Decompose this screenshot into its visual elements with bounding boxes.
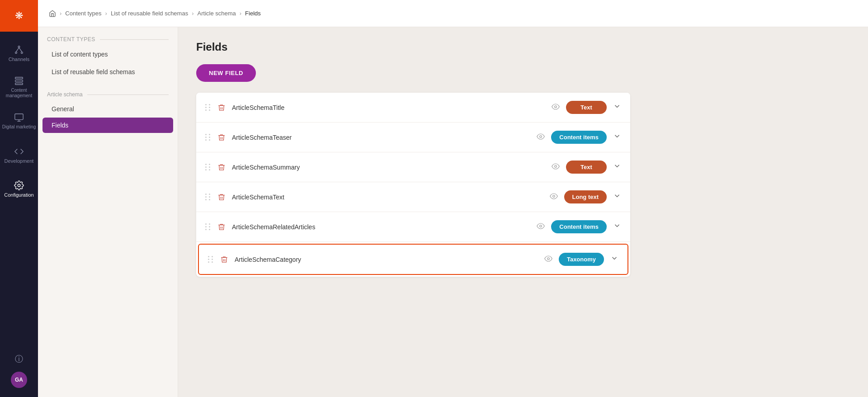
delete-button-category[interactable] xyxy=(220,255,228,264)
digital-marketing-icon xyxy=(14,113,24,123)
breadcrumb-sep-2: › xyxy=(105,10,107,17)
visibility-button-summary[interactable] xyxy=(552,162,560,172)
logo-icon: ❋ xyxy=(15,10,23,22)
expand-button-title[interactable] xyxy=(613,102,621,113)
delete-button-teaser[interactable] xyxy=(217,133,226,142)
expand-button-teaser[interactable] xyxy=(613,132,621,142)
svg-line-4 xyxy=(19,47,22,52)
breadcrumb-sep-3: › xyxy=(192,10,193,17)
nav-list-content-types[interactable]: List of content types xyxy=(42,46,173,62)
sidebar-item-digital-label: Digital marketing xyxy=(0,124,38,130)
sidebar-item-content-management[interactable]: Content management xyxy=(0,70,38,104)
svg-rect-5 xyxy=(15,77,23,79)
drag-handle-text[interactable] xyxy=(205,194,211,200)
svg-point-0 xyxy=(18,46,20,47)
visibility-button-category[interactable] xyxy=(544,255,552,265)
field-name-text: ArticleSchemaText xyxy=(232,194,543,201)
sidebar-item-channels-label: Channels xyxy=(9,57,29,62)
type-badge-teaser: Content items xyxy=(551,131,607,144)
main-area: › Content types › List of reusable field… xyxy=(38,0,868,397)
breadcrumb-fields[interactable]: Fields xyxy=(245,10,261,17)
right-panel: Fields NEW FIELD ArticleSchemaTitle Text… xyxy=(178,27,868,397)
field-name-title: ArticleSchemaTitle xyxy=(232,104,545,111)
sidebar-bottom: ⓘ GA xyxy=(11,354,27,397)
breadcrumb-reusable-schemas[interactable]: List of reusable field schemas xyxy=(111,10,188,17)
expand-button-text[interactable] xyxy=(613,192,621,202)
sidebar-item-channels[interactable]: Channels xyxy=(0,36,38,70)
panel-subsection-article-schema: Article schema General Fields xyxy=(38,88,178,133)
field-name-summary: ArticleSchemaSummary xyxy=(232,164,545,171)
field-row-category: ArticleSchemaCategory Taxonomy xyxy=(198,244,628,275)
configuration-icon xyxy=(14,180,24,190)
svg-point-12 xyxy=(555,105,557,108)
sidebar-item-content-label: Content management xyxy=(0,88,38,99)
breadcrumb-sep-4: › xyxy=(240,10,241,17)
fields-list: ArticleSchemaTitle Text ArticleSchemaTea… xyxy=(196,93,630,277)
svg-point-14 xyxy=(555,165,557,167)
user-avatar[interactable]: GA xyxy=(11,372,27,388)
content-management-icon xyxy=(14,76,24,86)
expand-button-category[interactable] xyxy=(610,254,618,265)
delete-button-text[interactable] xyxy=(217,193,226,201)
panel-section-content-types: Content types xyxy=(38,36,178,46)
new-field-button[interactable]: NEW FIELD xyxy=(196,64,256,82)
drag-handle-title[interactable] xyxy=(205,104,211,111)
channels-icon xyxy=(14,45,24,55)
sidebar-item-configuration-label: Configuration xyxy=(4,192,33,198)
page-title: Fields xyxy=(196,41,850,53)
svg-point-13 xyxy=(540,135,542,137)
field-name-related-articles: ArticleSchemaRelatedArticles xyxy=(232,223,530,231)
app-logo[interactable]: ❋ xyxy=(0,0,38,32)
visibility-button-title[interactable] xyxy=(552,103,560,113)
drag-handle-summary[interactable] xyxy=(205,164,211,170)
breadcrumb-content-types[interactable]: Content types xyxy=(65,10,101,17)
nav-list-reusable-schemas[interactable]: List of reusable field schemas xyxy=(42,63,173,80)
visibility-button-related-articles[interactable] xyxy=(537,222,545,232)
field-row-teaser: ArticleSchemaTeaser Content items xyxy=(196,123,630,152)
development-icon xyxy=(14,147,24,156)
svg-point-17 xyxy=(547,257,550,260)
sidebar-item-configuration[interactable]: Configuration xyxy=(0,172,38,206)
left-panel: Content types List of content types List… xyxy=(38,27,178,397)
svg-point-2 xyxy=(21,52,23,53)
type-badge-title: Text xyxy=(566,101,607,114)
field-row-related-articles: ArticleSchemaRelatedArticles Content ite… xyxy=(196,212,630,242)
visibility-button-teaser[interactable] xyxy=(537,132,545,142)
panel-subsection-label: Article schema xyxy=(38,88,178,101)
field-name-teaser: ArticleSchemaTeaser xyxy=(232,134,530,141)
field-row-title: ArticleSchemaTitle Text xyxy=(196,93,630,123)
type-badge-category: Taxonomy xyxy=(559,253,604,266)
sidebar-item-digital-marketing[interactable]: Digital marketing xyxy=(0,104,38,138)
expand-button-related-articles[interactable] xyxy=(613,222,621,232)
delete-button-title[interactable] xyxy=(217,104,226,112)
delete-button-related-articles[interactable] xyxy=(217,223,226,231)
sidebar-nav: Channels Content management Digital mark… xyxy=(0,32,38,354)
field-name-category: ArticleSchemaCategory xyxy=(235,256,538,263)
svg-point-11 xyxy=(18,184,20,187)
svg-point-15 xyxy=(552,195,555,197)
info-icon[interactable]: ⓘ xyxy=(15,354,23,364)
sub-nav-fields[interactable]: Fields xyxy=(42,118,173,133)
field-row-text: ArticleSchemaText Long text xyxy=(196,182,630,212)
breadcrumb-sep-1: › xyxy=(60,10,61,17)
sidebar-item-development[interactable]: Development xyxy=(0,138,38,172)
type-badge-related-articles: Content items xyxy=(551,220,607,233)
sidebar: ❋ Channels Content management xyxy=(0,0,38,397)
field-row-summary: ArticleSchemaSummary Text xyxy=(196,152,630,182)
drag-handle-related-articles[interactable] xyxy=(205,223,211,230)
content-layout: Content types List of content types List… xyxy=(38,27,868,397)
delete-button-summary[interactable] xyxy=(217,163,226,171)
svg-line-3 xyxy=(16,47,19,52)
drag-handle-category[interactable] xyxy=(208,256,214,263)
type-badge-text: Long text xyxy=(564,190,607,203)
sub-nav-general[interactable]: General xyxy=(42,101,173,117)
svg-point-16 xyxy=(540,225,542,227)
svg-rect-7 xyxy=(15,83,23,85)
drag-handle-teaser[interactable] xyxy=(205,134,211,141)
breadcrumb-bar: › Content types › List of reusable field… xyxy=(38,0,868,27)
visibility-button-text[interactable] xyxy=(550,192,558,202)
svg-point-1 xyxy=(15,52,17,53)
breadcrumb-article-schema[interactable]: Article schema xyxy=(198,10,236,17)
expand-button-summary[interactable] xyxy=(613,162,621,172)
breadcrumb-home[interactable] xyxy=(49,9,56,17)
